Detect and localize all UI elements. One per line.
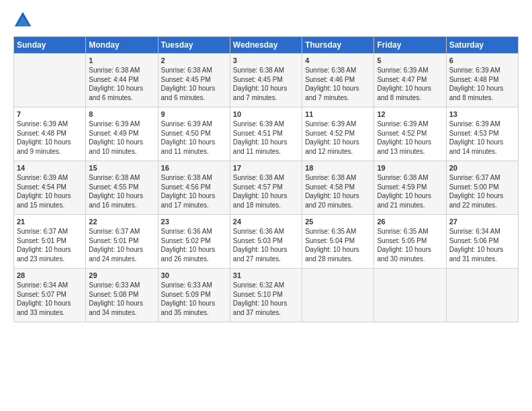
day-number: 7 — [17, 110, 83, 118]
col-header-tuesday: Tuesday — [158, 37, 230, 54]
week-row-5: 28Sunrise: 6:34 AM Sunset: 5:07 PM Dayli… — [14, 269, 519, 322]
day-number: 14 — [17, 164, 83, 172]
cell-content: Sunrise: 6:39 AM Sunset: 4:47 PM Dayligh… — [377, 66, 443, 102]
day-number: 6 — [449, 56, 515, 64]
cell-content: Sunrise: 6:39 AM Sunset: 4:48 PM Dayligh… — [449, 66, 515, 102]
header-row: SundayMondayTuesdayWednesdayThursdayFrid… — [14, 37, 519, 54]
cell-content: Sunrise: 6:34 AM Sunset: 5:07 PM Dayligh… — [17, 281, 83, 317]
cell-content: Sunrise: 6:34 AM Sunset: 5:06 PM Dayligh… — [449, 227, 515, 263]
day-number: 26 — [377, 218, 443, 226]
cell-content: Sunrise: 6:38 AM Sunset: 4:57 PM Dayligh… — [233, 173, 299, 210]
cell-w1-d2: 1Sunrise: 6:38 AM Sunset: 4:44 PM Daylig… — [86, 54, 158, 107]
cell-content: Sunrise: 6:39 AM Sunset: 4:52 PM Dayligh… — [377, 120, 443, 156]
col-header-monday: Monday — [86, 37, 158, 54]
calendar-body: 1Sunrise: 6:38 AM Sunset: 4:44 PM Daylig… — [14, 54, 519, 322]
day-number: 10 — [233, 110, 299, 118]
cell-w2-d7: 13Sunrise: 6:39 AM Sunset: 4:53 PM Dayli… — [446, 107, 518, 161]
cell-w1-d6: 5Sunrise: 6:39 AM Sunset: 4:47 PM Daylig… — [374, 54, 446, 107]
cell-content: Sunrise: 6:39 AM Sunset: 4:50 PM Dayligh… — [161, 120, 227, 156]
cell-content: Sunrise: 6:39 AM Sunset: 4:48 PM Dayligh… — [17, 120, 83, 156]
cell-w4-d3: 23Sunrise: 6:36 AM Sunset: 5:02 PM Dayli… — [158, 215, 230, 269]
calendar-table: SundayMondayTuesdayWednesdayThursdayFrid… — [13, 36, 519, 322]
cell-w3-d3: 16Sunrise: 6:38 AM Sunset: 4:56 PM Dayli… — [158, 161, 230, 215]
cell-w1-d3: 2Sunrise: 6:38 AM Sunset: 4:45 PM Daylig… — [158, 54, 230, 107]
day-number: 13 — [449, 110, 515, 118]
day-number: 27 — [449, 218, 515, 226]
day-number: 17 — [233, 164, 299, 172]
day-number: 5 — [377, 56, 443, 64]
cell-content: Sunrise: 6:37 AM Sunset: 5:01 PM Dayligh… — [17, 227, 83, 263]
day-number: 30 — [161, 271, 227, 279]
cell-w4-d4: 24Sunrise: 6:36 AM Sunset: 5:03 PM Dayli… — [230, 215, 302, 269]
day-number: 2 — [161, 56, 227, 64]
cell-content: Sunrise: 6:36 AM Sunset: 5:03 PM Dayligh… — [233, 227, 299, 263]
col-header-wednesday: Wednesday — [230, 37, 302, 54]
day-number: 31 — [233, 271, 299, 279]
cell-w1-d4: 3Sunrise: 6:38 AM Sunset: 4:45 PM Daylig… — [230, 54, 302, 107]
cell-w3-d7: 20Sunrise: 6:37 AM Sunset: 5:00 PM Dayli… — [446, 161, 518, 215]
cell-content: Sunrise: 6:39 AM Sunset: 4:54 PM Dayligh… — [17, 173, 83, 210]
day-number: 11 — [305, 110, 371, 118]
cell-w2-d5: 11Sunrise: 6:39 AM Sunset: 4:52 PM Dayli… — [302, 107, 374, 161]
cell-w3-d4: 17Sunrise: 6:38 AM Sunset: 4:57 PM Dayli… — [230, 161, 302, 215]
day-number: 18 — [305, 164, 371, 172]
cell-w4-d1: 21Sunrise: 6:37 AM Sunset: 5:01 PM Dayli… — [14, 215, 86, 269]
cell-content: Sunrise: 6:38 AM Sunset: 4:45 PM Dayligh… — [161, 66, 227, 102]
cell-w4-d2: 22Sunrise: 6:37 AM Sunset: 5:01 PM Dayli… — [86, 215, 158, 269]
cell-w1-d7: 6Sunrise: 6:39 AM Sunset: 4:48 PM Daylig… — [446, 54, 518, 107]
day-number: 1 — [89, 56, 154, 64]
cell-w3-d2: 15Sunrise: 6:38 AM Sunset: 4:55 PM Dayli… — [86, 161, 158, 215]
cell-w5-d2: 29Sunrise: 6:33 AM Sunset: 5:08 PM Dayli… — [86, 269, 158, 322]
cell-content: Sunrise: 6:38 AM Sunset: 4:56 PM Dayligh… — [161, 173, 227, 210]
day-number: 29 — [89, 271, 154, 279]
cell-content: Sunrise: 6:39 AM Sunset: 4:51 PM Dayligh… — [233, 120, 299, 156]
cell-w2-d4: 10Sunrise: 6:39 AM Sunset: 4:51 PM Dayli… — [230, 107, 302, 161]
day-number: 20 — [449, 164, 515, 172]
cell-content: Sunrise: 6:33 AM Sunset: 5:09 PM Dayligh… — [161, 281, 227, 317]
day-number: 12 — [377, 110, 443, 118]
day-number: 22 — [89, 218, 154, 226]
cell-w5-d1: 28Sunrise: 6:34 AM Sunset: 5:07 PM Dayli… — [14, 269, 86, 322]
cell-content: Sunrise: 6:33 AM Sunset: 5:08 PM Dayligh… — [89, 281, 154, 317]
cell-w2-d6: 12Sunrise: 6:39 AM Sunset: 4:52 PM Dayli… — [374, 107, 446, 161]
cell-content: Sunrise: 6:38 AM Sunset: 4:58 PM Dayligh… — [305, 173, 371, 210]
cell-content: Sunrise: 6:37 AM Sunset: 5:00 PM Dayligh… — [449, 173, 515, 210]
cell-w2-d3: 9Sunrise: 6:39 AM Sunset: 4:50 PM Daylig… — [158, 107, 230, 161]
cell-w3-d6: 19Sunrise: 6:38 AM Sunset: 4:59 PM Dayli… — [374, 161, 446, 215]
cell-content: Sunrise: 6:39 AM Sunset: 4:53 PM Dayligh… — [449, 120, 515, 156]
day-number: 8 — [89, 110, 154, 118]
day-number: 15 — [89, 164, 154, 172]
page: SundayMondayTuesdayWednesdayThursdayFrid… — [0, 0, 532, 330]
cell-w3-d5: 18Sunrise: 6:38 AM Sunset: 4:58 PM Dayli… — [302, 161, 374, 215]
cell-w2-d2: 8Sunrise: 6:39 AM Sunset: 4:49 PM Daylig… — [86, 107, 158, 161]
week-row-4: 21Sunrise: 6:37 AM Sunset: 5:01 PM Dayli… — [14, 215, 519, 269]
day-number: 21 — [17, 218, 83, 226]
cell-content: Sunrise: 6:35 AM Sunset: 5:05 PM Dayligh… — [377, 227, 443, 263]
cell-content: Sunrise: 6:38 AM Sunset: 4:46 PM Dayligh… — [305, 66, 371, 102]
day-number: 24 — [233, 218, 299, 226]
day-number: 9 — [161, 110, 227, 118]
cell-w4-d7: 27Sunrise: 6:34 AM Sunset: 5:06 PM Dayli… — [446, 215, 518, 269]
cell-w5-d3: 30Sunrise: 6:33 AM Sunset: 5:09 PM Dayli… — [158, 269, 230, 322]
day-number: 3 — [233, 56, 299, 64]
calendar-header: SundayMondayTuesdayWednesdayThursdayFrid… — [14, 37, 519, 54]
day-number: 16 — [161, 164, 227, 172]
cell-w5-d7 — [446, 269, 518, 322]
day-number: 23 — [161, 218, 227, 226]
cell-content: Sunrise: 6:38 AM Sunset: 4:45 PM Dayligh… — [233, 66, 299, 102]
week-row-1: 1Sunrise: 6:38 AM Sunset: 4:44 PM Daylig… — [14, 54, 519, 107]
cell-content: Sunrise: 6:35 AM Sunset: 5:04 PM Dayligh… — [305, 227, 371, 263]
day-number: 28 — [17, 271, 83, 279]
cell-w5-d5 — [302, 269, 374, 322]
col-header-sunday: Sunday — [14, 37, 86, 54]
day-number: 4 — [305, 56, 371, 64]
cell-content: Sunrise: 6:36 AM Sunset: 5:02 PM Dayligh… — [161, 227, 227, 263]
cell-w2-d1: 7Sunrise: 6:39 AM Sunset: 4:48 PM Daylig… — [14, 107, 86, 161]
cell-content: Sunrise: 6:32 AM Sunset: 5:10 PM Dayligh… — [233, 281, 299, 317]
logo-icon — [13, 11, 32, 30]
week-row-2: 7Sunrise: 6:39 AM Sunset: 4:48 PM Daylig… — [14, 107, 519, 161]
cell-w1-d5: 4Sunrise: 6:38 AM Sunset: 4:46 PM Daylig… — [302, 54, 374, 107]
cell-w5-d4: 31Sunrise: 6:32 AM Sunset: 5:10 PM Dayli… — [230, 269, 302, 322]
header — [13, 11, 519, 30]
col-header-saturday: Saturday — [446, 37, 518, 54]
